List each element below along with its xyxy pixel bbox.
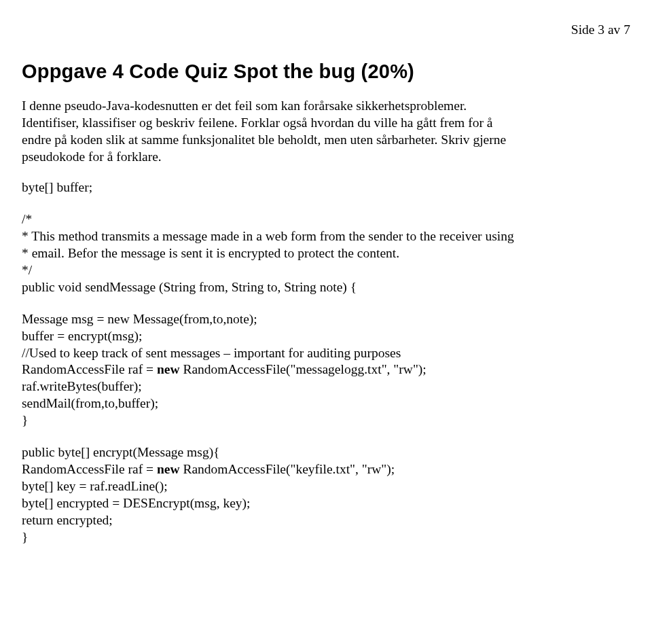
code-body-2: public byte[] encrypt(Message msg){ Rand… bbox=[22, 444, 630, 546]
intro-paragraph: I denne pseudo-Java-kodesnutten er det f… bbox=[22, 98, 630, 166]
code-sig1-text: public void sendMessage (String from, St… bbox=[22, 280, 357, 294]
title-text: Oppgave 4 Code Quiz Spot the bug (20%) bbox=[22, 60, 414, 82]
code-declaration: byte[] buffer; bbox=[22, 179, 630, 196]
code-decl-text: byte[] buffer; bbox=[22, 180, 92, 194]
code-comment-text: /* * This method transmits a message mad… bbox=[22, 212, 514, 277]
page-title: Oppgave 4 Code Quiz Spot the bug (20%) bbox=[22, 59, 630, 84]
page-number: Side 3 av 7 bbox=[22, 22, 630, 39]
intro-text: I denne pseudo-Java-kodesnutten er det f… bbox=[22, 99, 506, 164]
page-number-text: Side 3 av 7 bbox=[571, 22, 630, 37]
keyword-new-2: new bbox=[157, 462, 180, 476]
keyword-new-1: new bbox=[157, 362, 180, 376]
code-body-1: Message msg = new Message(from,to,note);… bbox=[22, 311, 630, 430]
code-sig2-text: public byte[] encrypt(Message msg){ bbox=[22, 445, 219, 459]
code-comment-and-signature: /* * This method transmits a message mad… bbox=[22, 211, 630, 296]
code-body2a-text: RandomAccessFile raf = bbox=[22, 462, 157, 476]
